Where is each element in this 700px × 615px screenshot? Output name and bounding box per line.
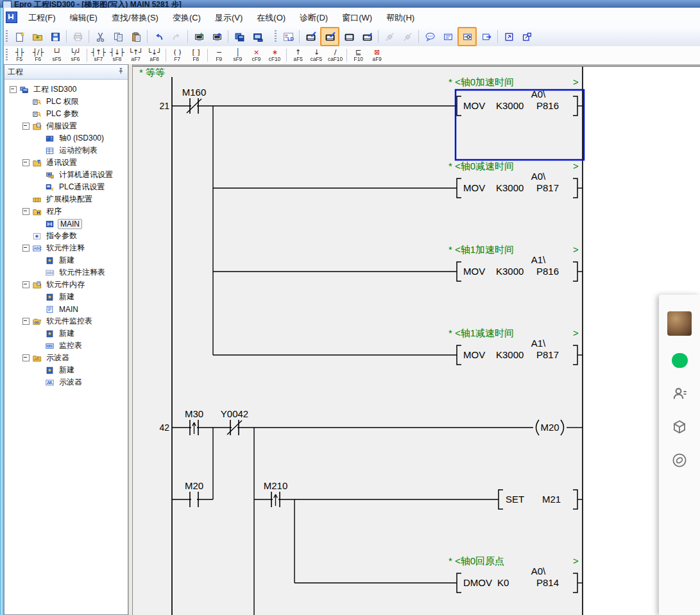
tree-item-轴0-(ISD300)[interactable]: 轴0 (ISD300) bbox=[4, 132, 128, 144]
tree-expander-icon[interactable] bbox=[22, 159, 30, 166]
menu-v[interactable]: 显示(V) bbox=[208, 10, 250, 25]
tree-item-指令参数[interactable]: 指令参数 bbox=[4, 230, 128, 242]
toolbar-grip[interactable] bbox=[6, 49, 8, 62]
save-project-button[interactable] bbox=[47, 28, 64, 45]
new-project-button[interactable] bbox=[11, 28, 28, 45]
tree-item-新建[interactable]: 新建 bbox=[4, 364, 128, 376]
tree-item-PLC-参数[interactable]: PLC 参数 bbox=[4, 108, 128, 120]
ladder-tool-sf6[interactable]: └/┘sF6 bbox=[67, 48, 84, 64]
tree-item-PLC-权限[interactable]: PLC 权限 bbox=[4, 96, 128, 108]
tree-item-软元件注释[interactable]: ABC软元件注释 bbox=[4, 242, 128, 254]
print-button[interactable] bbox=[69, 28, 86, 45]
ladder-tool-sf7[interactable]: ┤↑├sF7 bbox=[90, 48, 107, 64]
ladder-tool-af7[interactable]: └↑┘aF7 bbox=[127, 48, 144, 64]
ladder-view-button[interactable]: LD bbox=[280, 28, 296, 45]
remote-operation-button[interactable] bbox=[249, 28, 266, 45]
tree-item-新建[interactable]: 新建 bbox=[4, 254, 128, 266]
copy-button[interactable] bbox=[110, 28, 126, 45]
write-to-plc-button[interactable] bbox=[191, 28, 207, 45]
toolbar-grip[interactable] bbox=[6, 30, 8, 43]
verify-with-plc-button[interactable] bbox=[231, 28, 248, 45]
tree-item-示波器[interactable]: 示波器 bbox=[4, 352, 128, 364]
link-tab[interactable] bbox=[670, 451, 688, 469]
comment-display-button[interactable] bbox=[422, 28, 438, 45]
tree-expander-icon[interactable] bbox=[22, 245, 30, 252]
tree-item-新建[interactable]: 新建 bbox=[4, 291, 128, 303]
window-new-button[interactable] bbox=[518, 28, 535, 45]
ladder-tool-af8[interactable]: └↓┘aF8 bbox=[146, 48, 163, 64]
connection-setup-2-button[interactable] bbox=[399, 28, 416, 45]
toolbar-grip[interactable] bbox=[275, 30, 277, 43]
ladder-tool-f7[interactable]: ( )F7 bbox=[169, 48, 186, 64]
tree-expander-icon[interactable] bbox=[22, 281, 30, 288]
tree-item-扩展模块配置[interactable]: 扩展模块配置 bbox=[4, 193, 128, 205]
tree-item-通讯设置[interactable]: 通讯设置 bbox=[4, 157, 128, 169]
ladder-tool-sf9[interactable]: │sF9 bbox=[229, 48, 246, 64]
menu-s[interactable]: 查找/替换(S) bbox=[105, 10, 166, 25]
tree-item-PLC通讯设置[interactable]: PLC通讯设置 bbox=[4, 181, 128, 193]
connection-setup-1-button[interactable] bbox=[381, 28, 398, 45]
ladder-tool-cf10[interactable]: ∗cF10 bbox=[266, 48, 284, 64]
undo-button[interactable] bbox=[150, 28, 167, 45]
ladder-tool-f6[interactable]: ┤/├F6 bbox=[30, 48, 47, 64]
ladder-tool-caf10[interactable]: ∕caF10 bbox=[327, 48, 344, 64]
ladder-tool-f10[interactable]: ⊑F10 bbox=[350, 48, 367, 64]
tree-item-新建[interactable]: 新建 bbox=[4, 327, 128, 340]
contacts-tab[interactable] bbox=[670, 385, 688, 403]
statement-display-button[interactable] bbox=[440, 28, 456, 45]
tree-item-计算机通讯设置[interactable]: 计算机通讯设置 bbox=[4, 169, 128, 181]
tree-expander-icon[interactable] bbox=[22, 318, 30, 325]
avatar[interactable] bbox=[667, 311, 692, 336]
tree-item-MAIN[interactable]: MAIN bbox=[4, 303, 128, 315]
tree-expander-icon[interactable] bbox=[10, 86, 17, 93]
tree-item-程序[interactable]: 程序 bbox=[4, 205, 128, 218]
device-label-display-button[interactable] bbox=[478, 28, 495, 45]
read-from-plc-button[interactable] bbox=[209, 28, 225, 45]
monitor-write-mode-button[interactable] bbox=[359, 28, 375, 45]
menu-o[interactable]: 在线(O) bbox=[250, 10, 293, 25]
ladder-editor[interactable]: M160M30Y0042M20M210M20MOVK3000P816A0\MOV… bbox=[133, 64, 700, 615]
monitor-stop-button[interactable] bbox=[341, 28, 357, 45]
files-tab[interactable] bbox=[670, 418, 688, 436]
tree-item-监控表[interactable]: 监控表 bbox=[4, 340, 128, 352]
tree-expander-icon[interactable] bbox=[22, 354, 30, 361]
paste-button[interactable] bbox=[128, 28, 144, 45]
ladder-tool-cf9[interactable]: ×cF9 bbox=[248, 48, 265, 64]
chat-tab[interactable] bbox=[670, 351, 688, 369]
menu-h[interactable]: 帮助(H) bbox=[379, 10, 422, 25]
mdi-child-icon[interactable] bbox=[6, 12, 17, 23]
tree-expander-icon[interactable] bbox=[22, 208, 30, 215]
menu-e[interactable]: 编辑(E) bbox=[63, 10, 105, 25]
tree-expander-icon[interactable] bbox=[22, 123, 30, 130]
program-write-mode-button[interactable] bbox=[302, 28, 319, 45]
tree-item-运动控制表[interactable]: 运动控制表 bbox=[4, 144, 128, 157]
pin-icon[interactable] bbox=[117, 66, 124, 78]
ladder-diagram[interactable]: M160M30Y0042M20M210M20MOVK3000P816A0\MOV… bbox=[133, 67, 700, 615]
ladder-tool-sf8[interactable]: ┤↓├sF8 bbox=[108, 48, 126, 64]
ladder-tool-f9[interactable]: ─F9 bbox=[210, 48, 228, 64]
tree-item-软元件注释表[interactable]: ABC软元件注释表 bbox=[4, 266, 128, 279]
tree-item-MAIN[interactable]: MAIN bbox=[4, 218, 128, 230]
tree-item-软元件监控表[interactable]: 软元件监控表 bbox=[4, 315, 128, 327]
panel-splitter[interactable] bbox=[128, 64, 133, 615]
menu-w[interactable]: 窗口(W) bbox=[335, 10, 379, 25]
ladder-tool-f5[interactable]: ┤├F5 bbox=[11, 48, 28, 64]
cut-button[interactable] bbox=[92, 28, 108, 45]
tree-item-示波器[interactable]: 示波器 bbox=[4, 376, 128, 388]
monitor-mode-button[interactable] bbox=[320, 27, 339, 46]
ladder-tool-sf5[interactable]: └┘sF5 bbox=[48, 48, 65, 64]
menu-c[interactable]: 变换(C) bbox=[166, 10, 208, 25]
tree-item-伺服设置[interactable]: 伺服设置 bbox=[4, 120, 128, 132]
menu-d[interactable]: 诊断(D) bbox=[293, 10, 335, 25]
tree-item-工程-ISD300[interactable]: 工程 ISD300 bbox=[4, 83, 128, 96]
ladder-tool-af5[interactable]: ↑aF5 bbox=[289, 48, 307, 64]
ladder-tool-f8[interactable]: [ ]F8 bbox=[187, 48, 205, 64]
open-project-button[interactable] bbox=[29, 28, 46, 45]
ladder-tool-af9[interactable]: ⊠aF9 bbox=[368, 48, 386, 64]
tree-item-软元件内存[interactable]: 软元件内存 bbox=[4, 279, 128, 291]
menu-f[interactable]: 工程(F) bbox=[21, 10, 63, 25]
ladder-tool-caf5[interactable]: ↓caF5 bbox=[308, 48, 325, 64]
note-display-button[interactable] bbox=[457, 27, 477, 46]
window-tile-button[interactable] bbox=[500, 28, 517, 45]
redo-button[interactable] bbox=[168, 28, 185, 45]
